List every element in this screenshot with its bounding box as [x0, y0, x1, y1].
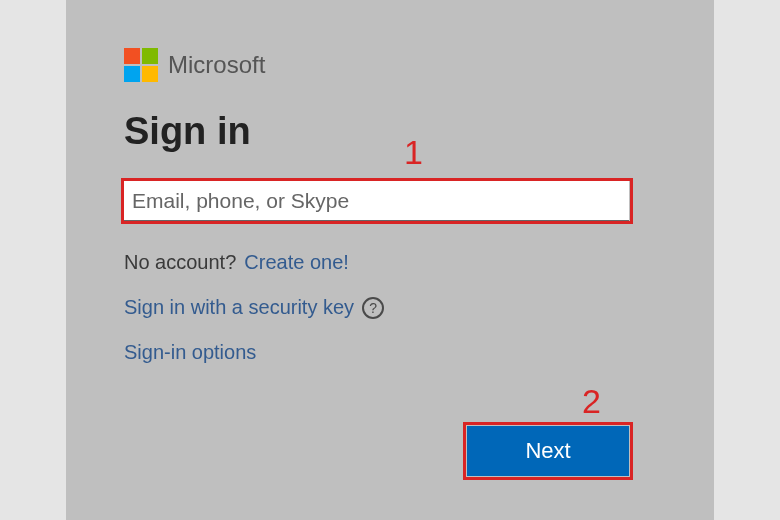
- security-key-link[interactable]: Sign in with a security key ?: [124, 296, 384, 319]
- microsoft-logo-icon: [124, 48, 158, 82]
- signin-options-link[interactable]: Sign-in options: [124, 341, 256, 364]
- create-account-link[interactable]: Create one!: [244, 251, 349, 274]
- next-button[interactable]: Next: [467, 426, 629, 476]
- signin-heading: Sign in: [124, 110, 656, 153]
- signin-card: Microsoft Sign in 1 No account? Create o…: [66, 0, 714, 520]
- no-account-text: No account?: [124, 251, 236, 274]
- annotation-number-2: 2: [582, 382, 601, 421]
- help-icon[interactable]: ?: [362, 297, 384, 319]
- brand-row: Microsoft: [124, 48, 656, 82]
- no-account-line: No account? Create one!: [124, 251, 656, 274]
- button-row: Next 2: [124, 426, 629, 476]
- security-key-link-text: Sign in with a security key: [124, 296, 354, 319]
- email-input-wrap: 1: [124, 181, 656, 221]
- email-input[interactable]: [124, 181, 629, 221]
- brand-name: Microsoft: [168, 51, 265, 79]
